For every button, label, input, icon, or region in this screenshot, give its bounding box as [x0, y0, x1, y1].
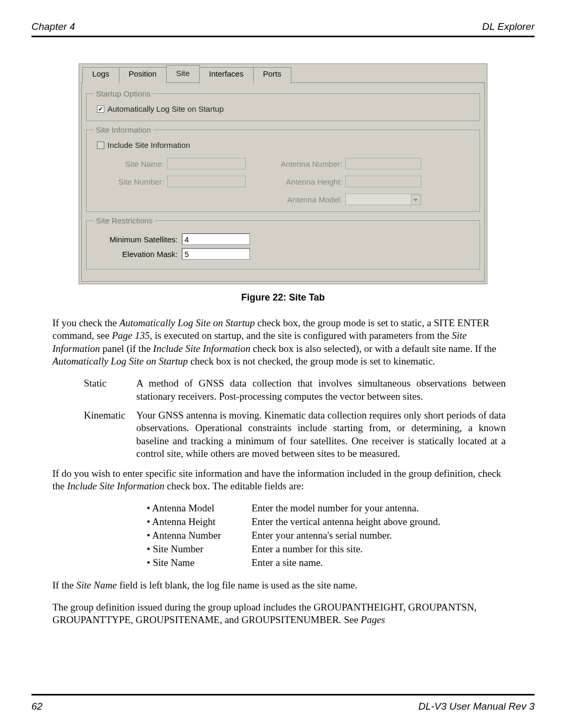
antenna-model-label: Antenna Model: [267, 195, 345, 204]
auto-log-label: Automatically Log Site on Startup [107, 104, 224, 113]
tab-panel: Startup Options ✔ Automatically Log Site… [81, 82, 485, 282]
site-info-fields: Site Name: Antenna Number: Site Number: … [94, 158, 473, 205]
page-number: 62 [31, 701, 42, 712]
tab-logs[interactable]: Logs [82, 67, 119, 83]
antenna-number-field[interactable] [345, 158, 421, 169]
antenna-model-combo[interactable] [345, 194, 421, 205]
startup-options-group: Startup Options ✔ Automatically Log Site… [86, 89, 480, 121]
page-header: Chapter 4 DL Explorer [31, 21, 535, 33]
figure-caption: Figure 22: Site Tab [31, 292, 535, 303]
chevron-down-icon[interactable] [411, 195, 420, 205]
paragraph-4: The group definition issued during the g… [52, 601, 514, 627]
antenna-number-label: Antenna Number: [267, 159, 345, 168]
list-item: • Antenna Model [147, 502, 252, 514]
antenna-height-label: Antenna Height: [267, 177, 345, 186]
definitions-block: Static A method of GNSS data collection … [84, 377, 506, 460]
tab-row: Logs Position Site Interfaces Ports [79, 64, 487, 82]
tab-interfaces[interactable]: Interfaces [199, 67, 254, 83]
tab-ports[interactable]: Ports [253, 67, 291, 83]
paragraph-3: If the Site Name field is left blank, th… [52, 579, 514, 592]
include-site-info-checkbox[interactable] [97, 142, 104, 149]
auto-log-checkbox[interactable]: ✔ [97, 105, 104, 113]
site-tab-dialog: Logs Position Site Interfaces Ports Star… [79, 63, 487, 284]
elevation-mask-label: Elevation Mask: [104, 250, 178, 259]
elevation-mask-field[interactable] [182, 248, 250, 260]
site-name-label: Site Name: [94, 159, 167, 168]
include-site-info-label: Include Site Information [107, 141, 190, 149]
static-term: Static [84, 377, 136, 403]
header-left: Chapter 4 [31, 21, 75, 33]
site-information-group: Site Information Include Site Informatio… [86, 125, 480, 212]
antenna-height-field[interactable] [345, 176, 421, 187]
footer-right: DL-V3 User Manual Rev 3 [418, 701, 535, 712]
paragraph-1: If you check the Automatically Log Site … [52, 317, 514, 368]
tab-site[interactable]: Site [166, 65, 200, 81]
site-restrictions-legend: Site Restrictions [94, 216, 155, 225]
min-satellites-label: Minimum Satellites: [104, 235, 178, 244]
list-item: • Antenna Height [147, 516, 252, 528]
min-satellites-field[interactable] [182, 233, 250, 245]
svg-marker-0 [413, 199, 418, 201]
kinematic-desc: Your GNSS antenna is moving. Kinematic d… [136, 409, 506, 460]
header-right: DL Explorer [482, 21, 535, 33]
static-desc: A method of GNSS data collection that in… [136, 377, 506, 403]
top-divider [31, 36, 535, 37]
site-name-field[interactable] [167, 158, 246, 169]
page-footer: 62 DL-V3 User Manual Rev 3 [31, 701, 535, 712]
paragraph-2: If do you wish to enter specific site in… [52, 467, 514, 493]
startup-options-legend: Startup Options [94, 89, 153, 98]
kinematic-term: Kinematic [84, 409, 136, 460]
list-item: • Site Name [147, 557, 252, 569]
site-number-label: Site Number: [94, 177, 167, 186]
site-number-field[interactable] [167, 176, 246, 187]
list-item: • Site Number [147, 543, 252, 555]
site-restrictions-group: Site Restrictions Minimum Satellites: El… [86, 216, 480, 270]
bottom-divider [31, 694, 535, 695]
editable-fields-list: • Antenna ModelEnter the model number fo… [147, 502, 508, 569]
tab-position[interactable]: Position [119, 67, 167, 83]
list-item: • Antenna Number [147, 530, 252, 541]
site-information-legend: Site Information [94, 125, 153, 134]
